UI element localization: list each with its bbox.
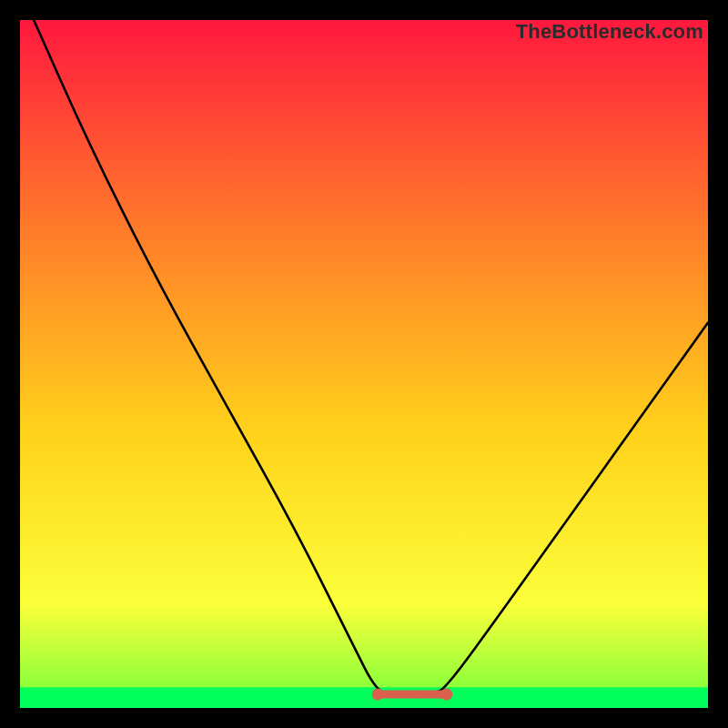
svg-point-6 [430, 691, 437, 698]
gradient-background [20, 20, 708, 708]
svg-point-1 [372, 688, 384, 700]
bottleneck-chart [20, 20, 708, 708]
green-band [20, 687, 708, 708]
svg-point-5 [415, 691, 422, 698]
svg-point-4 [401, 691, 409, 698]
chart-frame: TheBottleneck.com [20, 20, 708, 708]
svg-point-3 [388, 691, 395, 698]
svg-point-2 [440, 688, 452, 700]
watermark-text: TheBottleneck.com [516, 20, 703, 44]
